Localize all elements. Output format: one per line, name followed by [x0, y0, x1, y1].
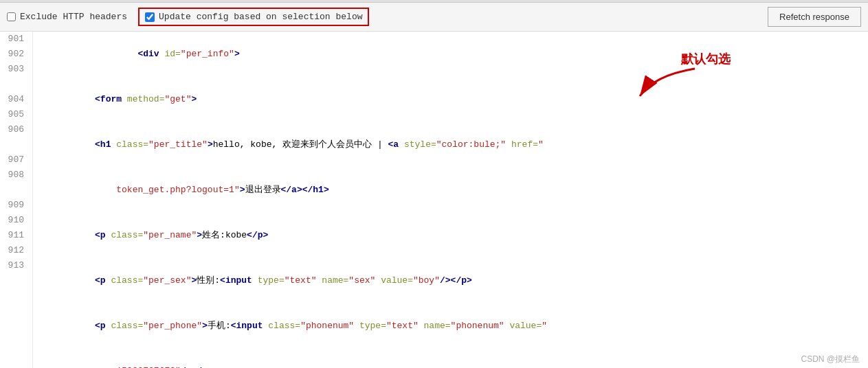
code-line-906-wrap: 15988767673"/></p>: [41, 349, 868, 368]
line-num-906: 906: [5, 122, 24, 137]
toolbar: Exclude HTTP headers Update config based…: [0, 3, 868, 32]
line-num-907: 907: [5, 152, 24, 168]
line-num-903b: 903: [5, 77, 24, 92]
line-num-901: 901: [5, 32, 24, 47]
exclude-http-checkbox[interactable]: [7, 12, 16, 21]
line-num-903: 903: [5, 62, 24, 77]
code-line-906: <p class="per_phone">手机:<input class="ph…: [41, 303, 868, 349]
line-num-906b: 906: [5, 137, 24, 152]
toolbar-left: Exclude HTTP headers Update config based…: [7, 8, 757, 26]
exclude-http-label[interactable]: Exclude HTTP headers: [7, 12, 127, 22]
code-content: <div id="per_info"> <form method="get"> …: [33, 32, 868, 368]
line-num-902: 902: [5, 47, 24, 62]
exclude-label-text: Exclude HTTP headers: [20, 12, 127, 22]
line-num-911: 911: [5, 228, 24, 243]
refetch-button[interactable]: Refetch response: [768, 7, 861, 27]
code-line-905: <p class="per_sex">性别:<input type="text"…: [41, 258, 868, 303]
code-line-902: <form method="get">: [41, 77, 868, 122]
update-config-label: Update config based on selection below: [159, 12, 362, 22]
update-config-container: Update config based on selection below: [138, 8, 369, 26]
line-num-908: 908: [5, 168, 24, 183]
line-num-912: 912: [5, 243, 24, 258]
code-line-904: <p class="per_name">姓名:kobe</p>: [41, 213, 868, 258]
line-num-905: 905: [5, 107, 24, 122]
line-num-908b: 908: [5, 183, 24, 198]
line-num-909: 909: [5, 198, 24, 213]
line-num-913: 913: [5, 258, 24, 273]
line-numbers: 901 902 903 903 904 905 906 906 907 908 …: [0, 32, 33, 368]
code-line-903: <h1 class="per_title">hello, kobe, 欢迎来到个…: [41, 122, 868, 168]
code-line-903-wrap: token_get.php?logout=1">退出登录</a></h1>: [41, 168, 868, 213]
code-area: 901 902 903 903 904 905 906 906 907 908 …: [0, 32, 868, 368]
line-num-904: 904: [5, 92, 24, 107]
update-config-checkbox[interactable]: [145, 12, 155, 22]
line-num-910: 910: [5, 213, 24, 228]
code-line-901: <div id="per_info">: [41, 32, 868, 77]
